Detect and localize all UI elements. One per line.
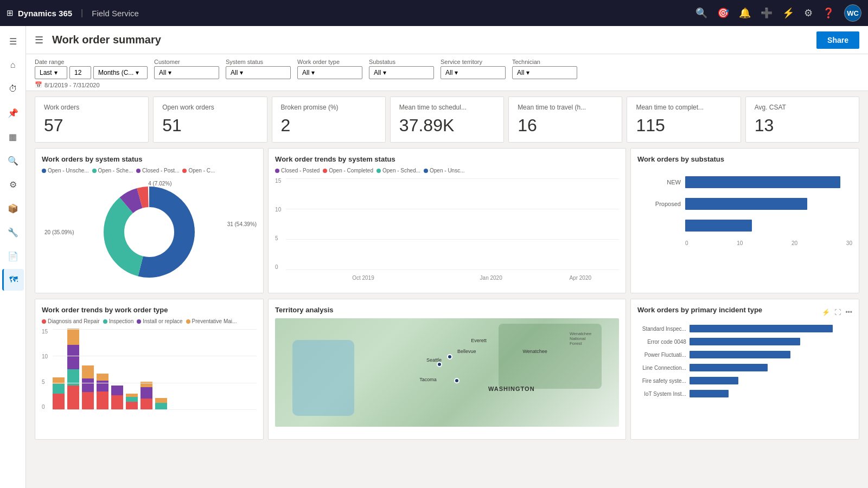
sidebar-item-box[interactable]: 📦 xyxy=(2,197,24,219)
chart-trends-type: Work order trends by work order type Dia… xyxy=(35,299,264,440)
chart-trends-type-title: Work order trends by work order type xyxy=(42,306,257,314)
kpi-open-work-orders: Open work orders 51 xyxy=(153,97,267,143)
kpi-travel-label: Mean time to travel (h... xyxy=(518,104,613,111)
sidebar-item-recent[interactable]: ⏱ xyxy=(2,78,24,100)
share-button[interactable]: Share xyxy=(816,31,859,49)
date-preset-select[interactable]: Last ▾ xyxy=(35,66,67,79)
kpi-csat: Avg. CSAT 13 xyxy=(745,97,859,143)
user-avatar[interactable]: WC xyxy=(844,4,861,22)
map-pin-3 xyxy=(454,378,459,383)
donut-svg xyxy=(100,183,198,281)
filter-customer: Customer All ▾ xyxy=(154,59,219,79)
legend-item: Preventative Mai... xyxy=(186,318,237,324)
work-order-type-select[interactable]: All ▾ xyxy=(297,66,362,79)
expand-icon[interactable]: ⛶ xyxy=(834,309,841,316)
chart-trends-status: Work order trends by system status Close… xyxy=(268,148,626,293)
date-unit-select[interactable]: Months (C... ▾ xyxy=(93,66,148,79)
filter-system-status: System status All ▾ xyxy=(226,59,291,79)
map-label-bellevue: Bellevue xyxy=(457,349,476,354)
kpi-broken-value: 2 xyxy=(281,115,376,136)
sidebar-item-doc[interactable]: 📄 xyxy=(2,245,24,267)
legend-item: Open - Unsche... xyxy=(42,168,89,174)
notification-icon[interactable]: 🔔 xyxy=(739,7,751,19)
service-territory-select[interactable]: All ▾ xyxy=(441,66,506,79)
kpi-work-orders-label: Work orders xyxy=(44,104,139,111)
filter-icon[interactable]: ⚡ xyxy=(782,7,794,19)
target-icon[interactable]: 🎯 xyxy=(717,7,729,19)
kpi-broken-label: Broken promise (%) xyxy=(281,104,376,111)
search-icon[interactable]: 🔍 xyxy=(695,7,707,19)
sidebar-item-home[interactable]: ⌂ xyxy=(2,54,24,76)
map-pin-1 xyxy=(447,354,452,359)
sidebar-item-hamburger[interactable]: ☰ xyxy=(2,30,24,52)
menu-toggle[interactable]: ☰ xyxy=(35,34,43,46)
work-order-type-label: Work order type xyxy=(297,59,362,65)
sidebar-item-gear[interactable]: ⚙ xyxy=(2,174,24,195)
filter-row: Date range Last ▾ 12 Months (C... ▾ xyxy=(35,59,859,79)
kpi-csat-value: 13 xyxy=(755,115,850,136)
chart-trends-type-legend: Diagnosis and Repair Inspection Install … xyxy=(42,318,257,324)
sidebar-item-table[interactable]: ▦ xyxy=(2,126,24,147)
hbar-label-proposed: Proposed xyxy=(637,201,681,207)
add-icon[interactable]: ➕ xyxy=(761,7,773,19)
kpi-csat-label: Avg. CSAT xyxy=(755,104,850,111)
map-label-washington: WASHINGTON xyxy=(488,386,535,392)
sidebar-item-wrench[interactable]: 🔧 xyxy=(2,221,24,243)
substatus-select[interactable]: All ▾ xyxy=(369,66,434,79)
dashboard: Work orders 57 Open work orders 51 Broke… xyxy=(26,91,868,488)
legend-item: Diagnosis and Repair xyxy=(42,318,100,324)
chart-territory-title: Territory analysis xyxy=(275,306,619,314)
legend-item: Open - C... xyxy=(182,168,215,174)
chart-system-status-title: Work orders by system status xyxy=(42,155,257,163)
grid-icon[interactable]: ⊞ xyxy=(7,8,14,18)
main-content: ☰ Work order summary Share Date range La… xyxy=(26,26,868,488)
settings-icon[interactable]: ⚙ xyxy=(804,7,813,19)
more-icon[interactable]: ••• xyxy=(845,309,852,316)
kpi-schedule-label: Mean time to schedul... xyxy=(399,104,495,111)
map-pin-2 xyxy=(437,362,442,367)
system-status-label: System status xyxy=(226,59,291,65)
customer-select[interactable]: All ▾ xyxy=(154,66,219,79)
system-status-select[interactable]: All ▾ xyxy=(226,66,291,79)
sidebar-item-map[interactable]: 🗺 xyxy=(2,269,24,291)
date-number-select[interactable]: 12 xyxy=(69,66,91,79)
hbar-bar-3 xyxy=(685,220,752,232)
legend-item: Open - Sche... xyxy=(92,168,133,174)
hbar-row-new: NEW xyxy=(637,176,852,188)
incident-row: IoT System Inst... xyxy=(637,390,852,397)
filter-substatus: Substatus All ▾ xyxy=(369,59,434,79)
app-name: Dynamics 365 xyxy=(18,9,72,18)
technician-label: Technician xyxy=(512,59,577,65)
sidebar-item-pinned[interactable]: 📌 xyxy=(2,102,24,124)
kpi-work-orders-value: 57 xyxy=(44,115,139,136)
legend-item: Open - Sched... xyxy=(376,168,420,174)
filter-bar: Date range Last ▾ 12 Months (C... ▾ xyxy=(26,54,868,91)
chart-system-status-legend: Open - Unsche... Open - Sche... Closed -… xyxy=(42,168,257,174)
technician-select[interactable]: All ▾ xyxy=(512,66,577,79)
kpi-complete-label: Mean time to complet... xyxy=(636,104,731,111)
filter-icon-chart[interactable]: ⚡ xyxy=(822,309,830,316)
filter-service-territory: Service territory All ▾ xyxy=(441,59,506,79)
chart-substatus: Work orders by substatus NEW Proposed xyxy=(630,148,859,293)
kpi-open-value: 51 xyxy=(162,115,258,136)
chart-substatus-title: Work orders by substatus xyxy=(637,155,852,163)
incident-row: Fire safety syste... xyxy=(637,377,852,384)
sidebar: ☰ ⌂ ⏱ 📌 ▦ 🔍 ⚙ 📦 🔧 📄 🗺 xyxy=(0,26,26,488)
help-icon[interactable]: ❓ xyxy=(822,7,834,19)
sidebar-item-search[interactable]: 🔍 xyxy=(2,150,24,171)
filter-technician: Technician All ▾ xyxy=(512,59,577,79)
charts-row-1: Work orders by system status Open - Unsc… xyxy=(35,148,859,293)
legend-item: Open - Completed xyxy=(323,168,373,174)
top-navigation: ⊞ Dynamics 365 | Field Service 🔍 🎯 🔔 ➕ ⚡… xyxy=(0,0,868,26)
incident-row: Power Fluctuati... xyxy=(637,351,852,358)
map-area: Everett Bellevue Seattle Tacoma Wenatche… xyxy=(275,318,619,427)
kpi-mean-travel: Mean time to travel (h... 16 xyxy=(508,97,622,143)
hbar-row-3 xyxy=(637,220,852,232)
chart-territory: Territory analysis Everett Bellevue Seat… xyxy=(268,299,626,440)
service-territory-label: Service territory xyxy=(441,59,506,65)
calendar-icon: 📅 xyxy=(35,81,42,88)
date-range-label: Date range xyxy=(35,59,148,65)
incident-row: Error code 0048 xyxy=(637,338,852,345)
chart-trends-legend: Closed - Posted Open - Completed Open - … xyxy=(275,168,619,174)
svg-point-4 xyxy=(125,208,174,256)
